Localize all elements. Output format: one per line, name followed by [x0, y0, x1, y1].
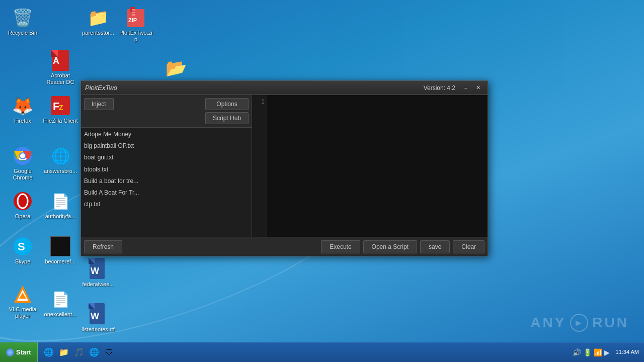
- desktop-icon-parentsstor[interactable]: 📁 parentsstor...: [78, 5, 118, 39]
- opera-label: Opera: [15, 213, 31, 220]
- desktop-icon-listednotes[interactable]: W listednotes.rtf: [78, 302, 118, 335]
- folder-icon: 📂: [166, 58, 186, 78]
- desktop-icon-filezilla[interactable]: F Z FileZilla Client: [40, 93, 80, 127]
- parentsstor-label: parentsstor...: [82, 30, 114, 36]
- desktop-icon-authorityfa[interactable]: 📄 authorityfa...: [40, 189, 80, 222]
- listednotes-label: listednotes.rtf: [82, 326, 114, 333]
- inject-button[interactable]: Inject: [84, 98, 114, 110]
- desktop-icon-recycle-bin[interactable]: 🗑️ Recycle Bin: [3, 5, 43, 39]
- acrobat-label: AcrobatReader DC: [46, 72, 74, 85]
- open-script-button[interactable]: Open a Script: [363, 240, 417, 253]
- script-list: Adope Me Moneybig paintball OP.txtboat g…: [81, 128, 252, 237]
- script-item-2[interactable]: boat gui.txt: [81, 152, 252, 163]
- start-button[interactable]: Start: [0, 342, 38, 362]
- anyrun-text-run: RUN: [592, 315, 629, 331]
- parentsstor-icon: 📁: [88, 8, 108, 28]
- svg-point-16: [20, 153, 25, 158]
- taskbar-security-icon[interactable]: 🛡: [102, 345, 116, 359]
- vlc-label: VLC media player: [5, 306, 40, 319]
- execute-button[interactable]: Execute: [321, 240, 360, 253]
- system-tray-icons: 🔊 🔋 📶 ▶: [573, 348, 610, 356]
- acrobat-icon: A: [50, 50, 70, 70]
- desktop-icon-vlc[interactable]: VLC media player: [3, 282, 43, 322]
- taskbar-chrome-icon[interactable]: 🌐: [87, 345, 101, 359]
- federalwee-label: federalwee...: [83, 281, 114, 288]
- desktop-icon-firefox[interactable]: 🦊 Firefox: [3, 93, 43, 127]
- taskbar-quick-launch: 🌐 📁 🎵 🌐 🛡: [38, 345, 120, 359]
- answers-label: answersbro...: [44, 168, 77, 174]
- svg-text:W: W: [91, 311, 99, 321]
- taskbar-ie-icon[interactable]: 🌐: [42, 345, 56, 359]
- minimize-button[interactable]: −: [460, 83, 471, 93]
- onexcellent-icon: 📄: [50, 289, 70, 309]
- vlc-icon: [13, 284, 33, 304]
- desktop-icon-skype[interactable]: S Skype: [3, 234, 43, 267]
- left-panel: Inject Options Script Hub Adope Me Money…: [81, 95, 252, 237]
- window-titlebar: PloitExTwo Version: 4.2 − ✕: [81, 81, 488, 95]
- desktop-icon-ploitextwo-zip[interactable]: ZIP PloitExTwo.zip: [116, 5, 156, 45]
- save-button[interactable]: save: [420, 240, 450, 253]
- desktop-icon-onexcellent[interactable]: 📄 onexcellent...: [40, 287, 80, 320]
- becomeref-icon: [50, 236, 70, 256]
- editor-area: 1: [252, 95, 488, 237]
- becomeref-label: becomeref...: [45, 258, 75, 265]
- scripthub-button[interactable]: Script Hub: [205, 112, 249, 124]
- script-item-6[interactable]: ctp.txt: [81, 199, 252, 210]
- ploitextwo-window: PloitExTwo Version: 4.2 − ✕ Inject Optio…: [80, 80, 488, 256]
- skype-icon: S: [13, 236, 33, 256]
- start-label: Start: [16, 348, 31, 356]
- authorityfa-icon: 📄: [50, 191, 70, 211]
- script-item-1[interactable]: big paintball OP.txt: [81, 140, 252, 152]
- taskbar-explorer-icon[interactable]: 📁: [57, 345, 71, 359]
- script-item-4[interactable]: Build a boat for tre...: [81, 175, 252, 187]
- close-button[interactable]: ✕: [472, 83, 484, 93]
- script-item-5[interactable]: Build A Boat For Tr...: [81, 187, 252, 199]
- tray-icon-2: 🔋: [583, 348, 592, 356]
- chrome-label: Google Chrome: [5, 168, 40, 181]
- bottom-left-buttons: Refresh: [84, 240, 122, 253]
- taskbar-media-icon[interactable]: 🎵: [72, 345, 86, 359]
- clock: 11:34 AM: [616, 348, 639, 356]
- opera-icon: [13, 191, 33, 211]
- svg-rect-9: [132, 14, 135, 16]
- chrome-icon: [13, 146, 33, 166]
- tray-icon-1: 🔊: [573, 348, 581, 356]
- desktop-icon-chrome[interactable]: Google Chrome: [3, 143, 43, 184]
- script-list-inner[interactable]: Adope Me Moneybig paintball OP.txtboat g…: [81, 129, 252, 213]
- clear-button[interactable]: Clear: [453, 240, 485, 253]
- svg-text:Z: Z: [59, 104, 63, 112]
- svg-text:A: A: [53, 56, 59, 66]
- desktop-icon-folder[interactable]: 📂: [156, 55, 196, 82]
- script-item-0[interactable]: Adope Me Money: [81, 129, 252, 140]
- script-item-3[interactable]: btools.txt: [81, 164, 252, 175]
- start-orb: [6, 348, 14, 356]
- desktop-icon-opera[interactable]: Opera: [3, 189, 43, 222]
- svg-rect-7: [132, 9, 135, 11]
- svg-text:W: W: [91, 266, 99, 276]
- editor-content[interactable]: [267, 95, 488, 237]
- line-numbers: 1: [252, 95, 267, 237]
- desktop-icon-answers[interactable]: 🌐 answersbro...: [40, 143, 80, 177]
- filezilla-icon: F Z: [50, 96, 70, 116]
- tray-icon-4: ▶: [604, 348, 610, 356]
- recycle-bin-icon: 🗑️: [13, 8, 33, 28]
- desktop-icon-acrobat[interactable]: A AcrobatReader DC: [40, 48, 80, 88]
- onexcellent-label: onexcellent...: [44, 311, 77, 318]
- firefox-icon: 🦊: [13, 96, 33, 116]
- window-body: Inject Options Script Hub Adope Me Money…: [81, 95, 488, 237]
- window-title: PloitExTwo: [85, 84, 424, 92]
- options-button[interactable]: Options: [205, 98, 249, 110]
- line-number-1: 1: [252, 97, 265, 107]
- zip-icon: ZIP: [126, 8, 146, 28]
- refresh-button[interactable]: Refresh: [84, 240, 122, 253]
- bottom-bar: Refresh Execute Open a Script save Clear: [81, 237, 488, 256]
- script-item-7[interactable]: Dex Explorer V2.txt: [81, 210, 252, 213]
- window-version: Version: 4.2: [424, 84, 455, 92]
- tray-icon-3: 📶: [594, 348, 602, 356]
- desktop-icon-federalwee[interactable]: W federalwee...: [78, 256, 118, 290]
- federalwee-icon: W: [88, 259, 108, 279]
- svg-rect-8: [132, 12, 135, 13]
- svg-text:ZIP: ZIP: [128, 17, 137, 23]
- bottom-right-buttons: Execute Open a Script save Clear: [321, 240, 485, 253]
- desktop-icon-becomeref[interactable]: becomeref...: [40, 234, 80, 267]
